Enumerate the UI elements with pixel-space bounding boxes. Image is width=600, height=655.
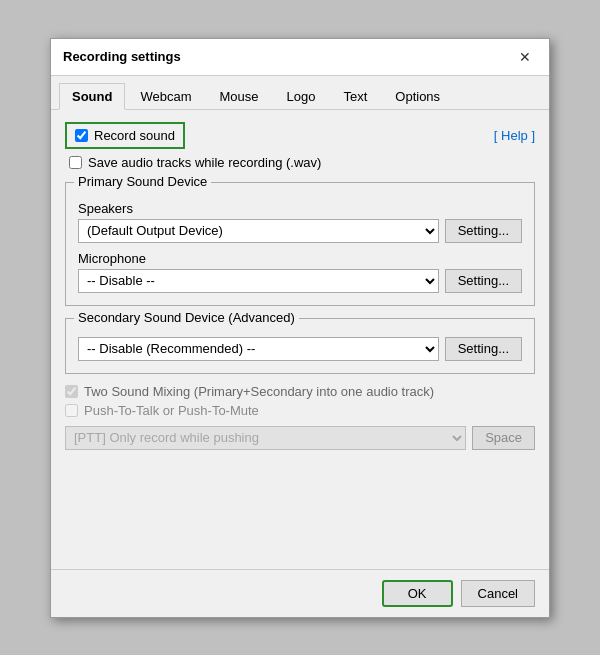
- mixing-row: Two Sound Mixing (Primary+Secondary into…: [65, 384, 535, 399]
- primary-group-title: Primary Sound Device: [74, 174, 211, 189]
- secondary-select[interactable]: -- Disable (Recommended) --: [78, 337, 439, 361]
- tab-mouse[interactable]: Mouse: [207, 83, 272, 110]
- title-bar: Recording settings ✕: [51, 39, 549, 76]
- help-link[interactable]: [ Help ]: [494, 128, 535, 143]
- record-sound-label[interactable]: Record sound: [94, 128, 175, 143]
- microphone-setting-button[interactable]: Setting...: [445, 269, 522, 293]
- ptt-label: Push-To-Talk or Push-To-Mute: [84, 403, 259, 418]
- speakers-select-row: (Default Output Device) Setting...: [78, 219, 522, 243]
- microphone-label: Microphone: [78, 251, 522, 266]
- record-sound-row: Record sound [ Help ]: [65, 122, 535, 149]
- tab-logo[interactable]: Logo: [274, 83, 329, 110]
- save-audio-checkbox[interactable]: [69, 156, 82, 169]
- save-audio-label[interactable]: Save audio tracks while recording (.wav): [88, 155, 321, 170]
- tab-webcam[interactable]: Webcam: [127, 83, 204, 110]
- record-sound-checkbox-container: Record sound: [65, 122, 185, 149]
- tab-content: Record sound [ Help ] Save audio tracks …: [51, 110, 549, 569]
- ok-button[interactable]: OK: [382, 580, 453, 607]
- mixing-label: Two Sound Mixing (Primary+Secondary into…: [84, 384, 434, 399]
- speakers-setting-button[interactable]: Setting...: [445, 219, 522, 243]
- tab-options[interactable]: Options: [382, 83, 453, 110]
- tab-sound[interactable]: Sound: [59, 83, 125, 110]
- ptt-checkbox[interactable]: [65, 404, 78, 417]
- speakers-select[interactable]: (Default Output Device): [78, 219, 439, 243]
- close-button[interactable]: ✕: [513, 47, 537, 67]
- save-audio-row: Save audio tracks while recording (.wav): [69, 155, 535, 170]
- dialog-title: Recording settings: [63, 49, 181, 64]
- ptt-row: Push-To-Talk or Push-To-Mute: [65, 403, 535, 418]
- cancel-button[interactable]: Cancel: [461, 580, 535, 607]
- tab-bar: Sound Webcam Mouse Logo Text Options: [51, 76, 549, 110]
- recording-settings-dialog: Recording settings ✕ Sound Webcam Mouse …: [50, 38, 550, 618]
- microphone-select[interactable]: -- Disable --: [78, 269, 439, 293]
- microphone-select-row: -- Disable -- Setting...: [78, 269, 522, 293]
- ptt-select[interactable]: [PTT] Only record while pushing: [65, 426, 466, 450]
- dialog-footer: OK Cancel: [51, 569, 549, 617]
- secondary-sound-group: Secondary Sound Device (Advanced) -- Dis…: [65, 318, 535, 374]
- primary-sound-group: Primary Sound Device Speakers (Default O…: [65, 182, 535, 306]
- secondary-select-row: -- Disable (Recommended) -- Setting...: [78, 337, 522, 361]
- secondary-group-title: Secondary Sound Device (Advanced): [74, 310, 299, 325]
- mixing-checkbox[interactable]: [65, 385, 78, 398]
- record-sound-checkbox[interactable]: [75, 129, 88, 142]
- ptt-select-row: [PTT] Only record while pushing Space: [65, 426, 535, 450]
- tab-text[interactable]: Text: [330, 83, 380, 110]
- secondary-setting-button[interactable]: Setting...: [445, 337, 522, 361]
- speakers-label: Speakers: [78, 201, 522, 216]
- ptt-key-label: Space: [472, 426, 535, 450]
